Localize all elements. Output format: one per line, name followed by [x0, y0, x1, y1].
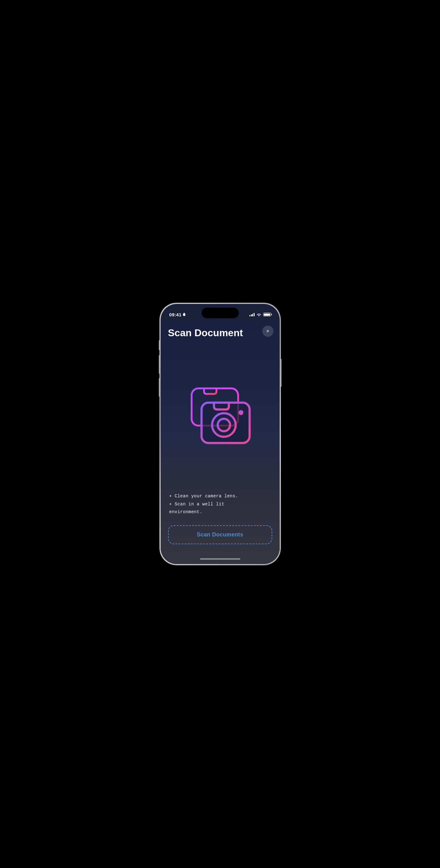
close-icon: × [266, 329, 269, 334]
app-content: × Scan Document [161, 321, 280, 554]
scan-button-container: Scan Documents [161, 522, 280, 554]
scan-documents-button[interactable]: Scan Documents [168, 525, 272, 544]
phone-frame: 09:41 [160, 303, 281, 565]
page-title: Scan Document [161, 321, 280, 339]
dynamic-island [202, 308, 239, 318]
close-button[interactable]: × [262, 326, 273, 337]
silent-switch [159, 340, 160, 350]
wifi-icon [257, 313, 261, 316]
status-time: 09:41 [169, 312, 182, 317]
volume-down-button [159, 378, 160, 397]
phone-screen: 09:41 [161, 304, 280, 564]
scan-document-camera-icon [186, 385, 254, 447]
home-indicator [161, 554, 280, 564]
svg-point-5 [238, 410, 243, 415]
home-bar [200, 558, 240, 560]
location-icon [183, 313, 186, 316]
tip-line-3: environment. [169, 508, 271, 516]
tip-line-1: + Clean your camera lens. [169, 492, 271, 500]
status-icons [249, 313, 271, 316]
tip-line-2: + Scan in a well lit [169, 500, 271, 508]
camera-icon-area [161, 339, 280, 492]
volume-up-button [159, 355, 160, 374]
power-button [281, 359, 281, 387]
battery-icon [263, 313, 271, 316]
tips-area: + Clean your camera lens. + Scan in a we… [161, 492, 280, 522]
signal-icon [249, 313, 255, 316]
